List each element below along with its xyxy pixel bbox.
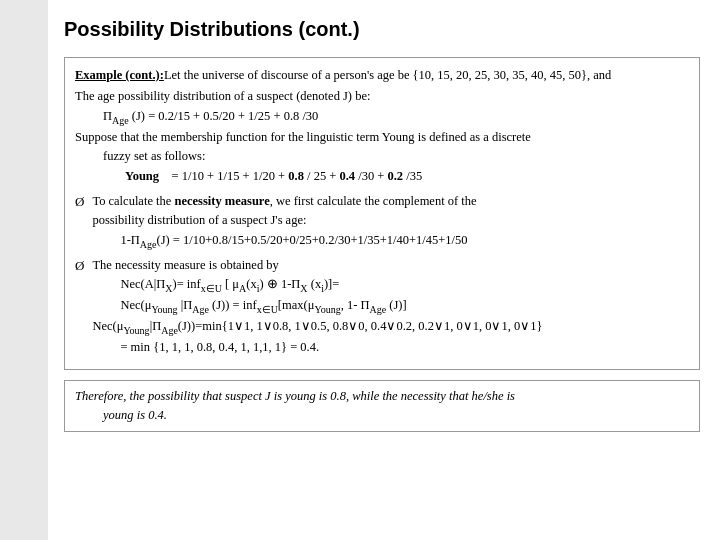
conclusion-box: Therefore, the possibility that suspect …	[64, 380, 700, 432]
page: Possibility Distributions (cont.) Exampl…	[0, 0, 720, 540]
bullet-section: Ø To calculate the necessity measure, we…	[75, 192, 689, 358]
page-title: Possibility Distributions (cont.)	[64, 18, 700, 41]
line6: Young = 1/10 + 1/15 + 1/20 + 0.8 / 25 + …	[125, 167, 689, 186]
bullet-2-line3: Nec(μYoung |ΠAge (J)) = infx∈U[max(μYoun…	[120, 296, 689, 317]
bullet-2: Ø The necessity measure is obtained by N…	[75, 256, 689, 358]
bullet-2-line5: = min {1, 1, 1, 0.8, 0.4, 1, 1,1, 1} = 0…	[120, 338, 689, 357]
line4: Suppose that the membership function for…	[75, 128, 689, 147]
bullet-2-content: The necessity measure is obtained by Nec…	[92, 256, 689, 358]
example-label: Example (cont.):	[75, 66, 164, 85]
bullet-2-line2: Nec(A|ΠX)= infx∈U [ μA(xi) ⊕ 1-ΠX (xi)]=	[120, 275, 689, 296]
line3: ΠAge (J) = 0.2/15 + 0.5/20 + 1/25 + 0.8 …	[103, 107, 689, 128]
bullet-1: Ø To calculate the necessity measure, we…	[75, 192, 689, 252]
left-bar	[0, 0, 48, 540]
bullet-1-sym: Ø	[75, 192, 84, 212]
conclusion-line1: Therefore, the possibility that suspect …	[75, 387, 689, 406]
bullet-1-line3: 1-ΠAge(J) = 1/10+0.8/15+0.5/20+0/25+0.2/…	[120, 231, 689, 252]
bullet-1-content: To calculate the necessity measure, we f…	[92, 192, 689, 252]
bullet-1-line1: To calculate the necessity measure, we f…	[92, 192, 689, 211]
bullet-2-line4: Nec(μYoung|ΠAge(J))=min{1∨1, 1∨0.8, 1∨0.…	[92, 317, 689, 338]
line2: The age possibility distribution of a su…	[75, 87, 689, 106]
bullet-2-sym: Ø	[75, 256, 84, 276]
line5: fuzzy set as follows:	[103, 147, 689, 166]
conclusion-line2: young is 0.4.	[103, 406, 689, 425]
content: Possibility Distributions (cont.) Exampl…	[48, 0, 720, 540]
example-header: Example (cont.): Let the universe of dis…	[75, 66, 689, 85]
example-text: Let the universe of discourse of a perso…	[164, 66, 612, 85]
bullet-1-line2: possibility distribution of a suspect J'…	[92, 211, 689, 230]
bullet-2-line1: The necessity measure is obtained by	[92, 256, 689, 275]
main-content-box: Example (cont.): Let the universe of dis…	[64, 57, 700, 370]
